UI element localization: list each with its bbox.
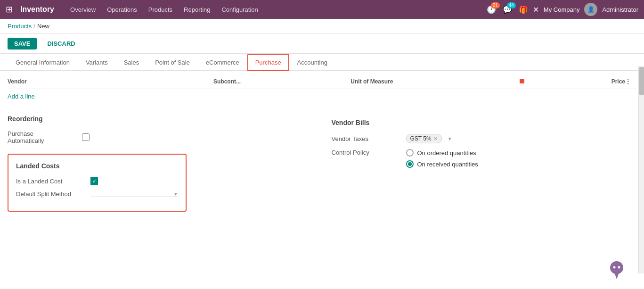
tab-sales[interactable]: Sales xyxy=(116,54,147,71)
close-icon[interactable]: ✕ xyxy=(533,5,539,14)
radio-received-outer xyxy=(406,160,414,168)
app-name: Inventory xyxy=(20,5,54,14)
split-method-select-container: ▼ xyxy=(90,191,178,197)
svg-point-0 xyxy=(613,266,616,269)
split-method-field: Default Split Method ▼ xyxy=(16,190,178,198)
col-uom-header: Unit of Measure xyxy=(351,78,488,85)
two-column-section: Reordering PurchaseAutomatically Landed … xyxy=(8,115,636,212)
tab-ecommerce[interactable]: eCommerce xyxy=(198,54,247,71)
control-policy-label: Control Policy xyxy=(332,149,402,156)
breadcrumb-current: New xyxy=(37,23,49,30)
radio-ordered-label: On ordered quantities xyxy=(417,149,476,157)
radio-received-quantities[interactable]: On received quantities xyxy=(406,160,478,168)
control-policy-field: Control Policy On ordered quantities xyxy=(332,149,637,168)
save-button[interactable]: SAVE xyxy=(8,38,37,50)
vendor-bills-title: Vendor Bills xyxy=(332,119,637,126)
vendor-taxes-arrow[interactable]: ▼ xyxy=(448,136,452,141)
chat-badge[interactable]: 💬 44 xyxy=(503,5,512,14)
is-landed-cost-field: Is a Landed Cost ✓ xyxy=(16,177,178,185)
chat-bot-icon[interactable] xyxy=(608,260,625,281)
vendor-taxes-field: Vendor Taxes GST 5% ✕ ▼ xyxy=(332,134,637,143)
is-landed-cost-checkbox[interactable]: ✓ xyxy=(90,177,98,185)
gst-tag: GST 5% ✕ xyxy=(406,134,442,143)
control-policy-options: On ordered quantities On received quanti… xyxy=(406,149,478,168)
breadcrumb-products-link[interactable]: Products xyxy=(8,23,32,30)
tab-purchase[interactable]: Purchase xyxy=(247,54,289,71)
purchase-auto-label: PurchaseAutomatically xyxy=(8,130,78,144)
breadcrumb: Products / New xyxy=(0,19,644,34)
radio-ordered-quantities[interactable]: On ordered quantities xyxy=(406,149,478,157)
tab-purchase-content: Vendor Subcont... Unit of Measure Price … xyxy=(0,74,644,219)
landed-costs-title: Landed Costs xyxy=(16,162,178,170)
avatar[interactable]: 👤 xyxy=(584,3,597,16)
scrollbar-thumb[interactable] xyxy=(639,67,644,95)
svg-point-1 xyxy=(618,266,620,269)
vendor-taxes-label: Vendor Taxes xyxy=(332,135,402,142)
landed-costs-section: Landed Costs Is a Landed Cost ✓ Default … xyxy=(8,154,187,212)
split-method-arrow[interactable]: ▼ xyxy=(173,191,178,197)
right-column: Vendor Bills Vendor Taxes GST 5% ✕ ▼ xyxy=(332,115,637,212)
action-bar: SAVE DISCARD xyxy=(0,34,644,54)
radio-received-inner xyxy=(408,162,412,166)
tab-general-information[interactable]: General Information xyxy=(8,54,78,71)
gst-tag-text: GST 5% xyxy=(410,135,432,142)
reordering-title: Reordering xyxy=(8,115,313,123)
main-content: General Information Variants Sales Point… xyxy=(0,54,644,289)
split-method-label: Default Split Method xyxy=(16,190,87,198)
add-vendor-line[interactable]: Add a line xyxy=(8,89,35,104)
app-grid-icon[interactable]: ⊞ xyxy=(6,4,13,15)
scrollbar[interactable] xyxy=(638,66,644,273)
nav-reporting[interactable]: Reporting xyxy=(179,4,215,15)
nav-right: 🕐 21 💬 44 🎁 ✕ My Company 👤 Administrator xyxy=(487,3,638,16)
col-flag-header xyxy=(488,78,557,85)
left-column: Reordering PurchaseAutomatically Landed … xyxy=(8,115,313,212)
gift-icon[interactable]: 🎁 xyxy=(519,5,528,14)
vendor-table-header: Vendor Subcont... Unit of Measure Price … xyxy=(8,74,636,89)
radio-ordered-outer xyxy=(406,149,414,157)
tab-point-of-sale[interactable]: Point of Sale xyxy=(147,54,198,71)
gst-tag-remove[interactable]: ✕ xyxy=(433,136,438,142)
col-price-header: Price xyxy=(556,78,625,85)
vendor-bills-section: Vendor Bills Vendor Taxes GST 5% ✕ ▼ xyxy=(332,119,637,168)
nav-operations[interactable]: Operations xyxy=(102,4,142,15)
clock-badge[interactable]: 🕐 21 xyxy=(487,5,496,14)
nav-products[interactable]: Products xyxy=(144,4,177,15)
discard-button[interactable]: DISCARD xyxy=(41,38,82,50)
nav-configuration[interactable]: Configuration xyxy=(217,4,262,15)
nav-overview[interactable]: Overview xyxy=(65,4,100,15)
col-vendor-header: Vendor xyxy=(8,78,213,85)
purchase-auto-field: PurchaseAutomatically xyxy=(8,130,313,144)
company-name: My Company xyxy=(544,6,580,13)
col-subcont-header: Subcont... xyxy=(213,78,351,85)
main-nav: Overview Operations Products Reporting C… xyxy=(65,4,479,15)
top-navbar: ⊞ Inventory Overview Operations Products… xyxy=(0,0,644,19)
product-tabs: General Information Variants Sales Point… xyxy=(0,54,644,71)
breadcrumb-separator: / xyxy=(33,23,35,30)
reordering-section: Reordering PurchaseAutomatically xyxy=(8,115,313,144)
vendor-taxes-select-row: GST 5% ✕ ▼ xyxy=(406,134,637,143)
radio-received-label: On received quantities xyxy=(417,161,478,168)
red-flag-indicator xyxy=(520,79,524,83)
purchase-auto-checkbox[interactable] xyxy=(82,133,90,141)
col-menu-header: ⋮ xyxy=(625,78,636,85)
tab-accounting[interactable]: Accounting xyxy=(289,54,335,71)
is-landed-cost-label: Is a Landed Cost xyxy=(16,178,87,185)
tab-variants[interactable]: Variants xyxy=(78,54,116,71)
admin-name: Administrator xyxy=(602,6,638,13)
